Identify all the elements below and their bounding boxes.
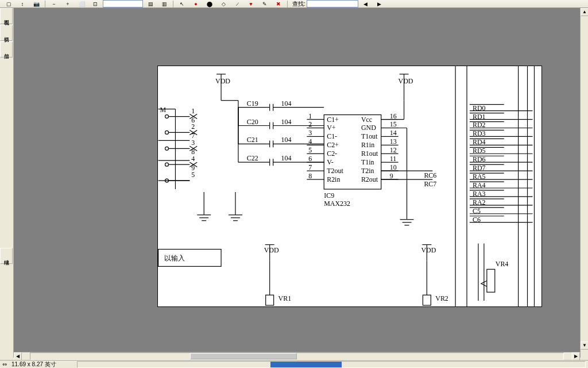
divider	[173, 1, 173, 7]
status-dims: 11.69 x 8.27 英寸	[11, 361, 56, 369]
zoom-out-icon[interactable]: −	[48, 0, 60, 7]
search-prev-icon[interactable]: ◀	[359, 0, 372, 7]
palette-btn[interactable]: 视图	[0, 8, 13, 24]
svg-text:9: 9	[390, 172, 393, 180]
component-ref: VR4	[496, 260, 509, 268]
tool-icon[interactable]: ▢	[2, 0, 15, 7]
svg-text:C22: C22	[247, 154, 258, 162]
svg-rect-176	[266, 295, 274, 305]
svg-text:RA4: RA4	[473, 181, 486, 189]
arrow-icon[interactable]: ↖	[176, 0, 188, 7]
erase-icon[interactable]: ✖	[272, 0, 285, 7]
svg-text:RD6: RD6	[473, 155, 486, 163]
svg-text:104: 104	[281, 136, 292, 144]
zoom-combo[interactable]	[103, 0, 143, 7]
tool-icon[interactable]: ▤	[144, 0, 157, 7]
net-label: VDD	[215, 77, 230, 85]
svg-text:V+: V+	[327, 124, 336, 132]
zoom-in-icon[interactable]: +	[61, 0, 74, 7]
scroll-left-arrow[interactable]: ◀	[14, 352, 22, 361]
svg-text:5: 5	[308, 146, 312, 154]
hscroll-thumb[interactable]	[190, 353, 297, 359]
draw-icon[interactable]: ◇	[217, 0, 230, 7]
input-box-label: 以输入	[164, 254, 185, 262]
svg-text:11: 11	[390, 155, 397, 163]
svg-text:104: 104	[281, 118, 292, 126]
draw-icon[interactable]: ⟋	[231, 0, 243, 7]
draw-icon[interactable]: ⬤	[203, 0, 216, 7]
svg-text:C1+: C1+	[327, 116, 339, 124]
svg-text:Vcc: Vcc	[361, 116, 372, 124]
svg-text:3: 3	[308, 129, 312, 137]
svg-text:R2in: R2in	[327, 175, 340, 183]
vertical-scrollbar[interactable]: ▲ ▼	[580, 8, 588, 358]
svg-text:V-: V-	[327, 158, 334, 166]
svg-text:14: 14	[390, 129, 397, 137]
svg-text:C21: C21	[247, 136, 258, 144]
component-ref: VR2	[435, 294, 448, 302]
scroll-right-arrow[interactable]: ▶	[572, 352, 580, 361]
canvas-area[interactable]: M 162738495 VDD C19104C20104C21104C22104…	[14, 8, 580, 358]
status-scroll-thumb[interactable]	[270, 362, 342, 367]
svg-text:8: 8	[308, 172, 312, 180]
svg-text:5: 5	[191, 171, 195, 179]
status-scroll-track[interactable]	[77, 361, 586, 368]
ic-ref: IC9	[324, 191, 334, 200]
pencil-icon[interactable]: ✎	[258, 0, 271, 7]
net-label: VDD	[421, 246, 436, 254]
scroll-up-arrow[interactable]: ▲	[581, 8, 588, 16]
svg-text:C1-: C1-	[327, 132, 337, 140]
svg-text:RA2: RA2	[473, 198, 486, 206]
search-input[interactable]	[307, 0, 358, 7]
svg-text:T2out: T2out	[327, 167, 343, 175]
svg-text:10: 10	[390, 163, 397, 171]
svg-text:GND: GND	[361, 124, 376, 132]
horizontal-scrollbar[interactable]: ◀ ▶	[14, 352, 580, 360]
divider	[287, 1, 288, 7]
svg-text:R1in: R1in	[361, 141, 374, 149]
scroll-down-arrow[interactable]: ▼	[581, 342, 588, 350]
component-ref: VR1	[278, 294, 292, 302]
svg-text:6: 6	[308, 155, 312, 163]
svg-text:C2+: C2+	[327, 141, 339, 149]
svg-text:T1out: T1out	[361, 132, 378, 140]
palette-btn[interactable]: 加信	[0, 41, 13, 57]
svg-text:RD7: RD7	[473, 164, 486, 172]
svg-text:12: 12	[390, 146, 397, 154]
svg-text:C20: C20	[247, 118, 258, 126]
svg-text:104: 104	[281, 154, 292, 162]
connector: 162738495	[158, 107, 198, 189]
svg-text:C5: C5	[473, 207, 481, 215]
draw-icon[interactable]: ●	[189, 0, 202, 7]
svg-text:C6: C6	[473, 216, 481, 224]
top-toolbar: ▢ ↕ 📷 − + ⬜ ⊡ ▤ ▥ ↖ ● ⬤ ◇ ⟋ ♥ ✎ ✖ 查找: ◀ …	[0, 0, 588, 8]
svg-point-19	[165, 163, 169, 166]
svg-text:T2in: T2in	[361, 167, 374, 175]
camera-icon[interactable]: 📷	[30, 0, 42, 7]
left-palette: 视图 切换 加信 继续	[0, 8, 14, 358]
search-label: 查找:	[292, 0, 305, 8]
svg-text:RD4: RD4	[473, 138, 486, 146]
nav-icon[interactable]: ⇔	[2, 361, 7, 367]
svg-text:16: 16	[390, 112, 397, 120]
search-next-icon[interactable]: ▶	[373, 0, 386, 7]
svg-text:RD2: RD2	[473, 121, 486, 129]
svg-rect-182	[487, 269, 495, 292]
svg-text:R2out: R2out	[361, 175, 378, 183]
svg-text:C2-: C2-	[327, 150, 337, 158]
svg-text:1: 1	[191, 107, 195, 115]
svg-text:RD3: RD3	[473, 129, 486, 137]
zoom-fit-icon[interactable]: ⊡	[89, 0, 102, 7]
status-bar: ⇔ 11.69 x 8.27 英寸	[0, 360, 588, 368]
svg-text:1: 1	[308, 112, 312, 120]
svg-text:15: 15	[390, 120, 397, 128]
tool-icon[interactable]: ▥	[158, 0, 171, 7]
palette-btn[interactable]: 切换	[0, 25, 13, 41]
zoom-full-icon[interactable]: ⬜	[75, 0, 88, 7]
svg-point-13	[165, 147, 169, 150]
tool-icon[interactable]: ↕	[16, 0, 29, 7]
hscroll-track[interactable]	[30, 352, 564, 360]
palette-btn[interactable]: 继续	[0, 248, 13, 264]
draw-icon[interactable]: ♥	[245, 0, 257, 7]
net-label: VDD	[264, 246, 279, 254]
